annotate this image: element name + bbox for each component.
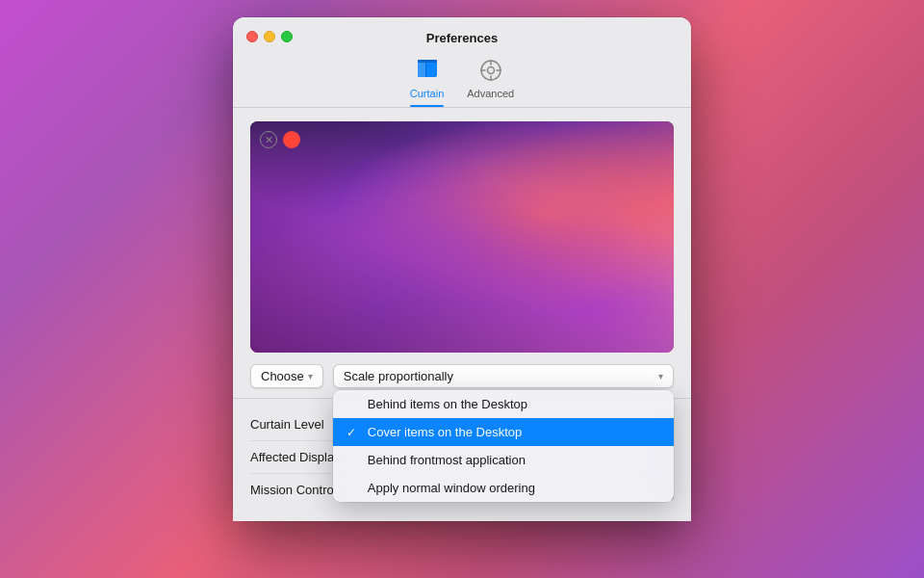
dropdown-label-behind-desktop: Behind items on the Desktop (368, 397, 527, 411)
scale-label: Scale proportionally (344, 369, 453, 383)
dropdown-label-cover-desktop: Cover items on the Desktop (368, 425, 522, 439)
dropdown-menu: ✓ Behind items on the Desktop ✓ Cover it… (333, 390, 674, 502)
svg-rect-3 (425, 60, 426, 77)
maximize-button[interactable] (281, 31, 293, 42)
wallpaper-overlay (250, 121, 674, 353)
advanced-tab-label: Advanced (467, 88, 514, 99)
choose-button[interactable]: Choose ▾ (250, 364, 323, 388)
preview-red-btn[interactable] (283, 131, 300, 148)
scale-wrapper: Scale proportionally ▾ ✓ Behind items on… (333, 364, 674, 388)
preferences-window: Preferences Curtain (233, 17, 691, 521)
traffic-lights (246, 31, 293, 42)
main-content: ✕ Choose ▾ Scale proportionally ▾ ✓ (233, 108, 691, 521)
curtain-level-label: Curtain Level (250, 417, 324, 432)
close-button[interactable] (246, 31, 258, 42)
choose-chevron: ▾ (308, 371, 313, 381)
tab-curtain[interactable]: Curtain (410, 57, 444, 107)
mission-control-label: Mission Contro... (250, 483, 345, 497)
preview-inner: ✕ (250, 121, 674, 353)
dropdown-item-behind-frontmost[interactable]: ✓ Behind frontmost application (333, 446, 674, 474)
advanced-tab-icon (477, 57, 504, 84)
wallpaper-preview: ✕ (250, 121, 674, 353)
svg-rect-2 (418, 60, 437, 63)
svg-point-5 (487, 67, 494, 74)
curtain-tab-label: Curtain (410, 88, 444, 99)
dropdown-item-behind-desktop[interactable]: ✓ Behind items on the Desktop (333, 390, 674, 418)
choose-label: Choose (261, 369, 304, 383)
controls-row: Choose ▾ Scale proportionally ▾ ✓ Behind… (250, 364, 674, 388)
dropdown-label-normal-window: Apply normal window ordering (368, 481, 535, 495)
dropdown-label-behind-frontmost: Behind frontmost application (368, 453, 526, 467)
dropdown-item-cover-desktop[interactable]: ✓ Cover items on the Desktop (333, 418, 674, 446)
tab-advanced[interactable]: Advanced (467, 57, 514, 107)
window-title: Preferences (426, 31, 498, 45)
titlebar: Preferences Curtain (233, 17, 691, 107)
curtain-tab-icon (414, 57, 441, 84)
dropdown-item-normal-window[interactable]: ✓ Apply normal window ordering (333, 474, 674, 502)
scale-chevron: ▾ (658, 371, 663, 381)
minimize-button[interactable] (264, 31, 275, 42)
preview-close-btn[interactable]: ✕ (260, 131, 277, 148)
check-cover-desktop: ✓ (346, 426, 360, 439)
scale-select[interactable]: Scale proportionally ▾ (333, 364, 674, 388)
preview-window-controls: ✕ (260, 131, 300, 148)
tab-bar: Curtain Advanced (410, 57, 514, 107)
